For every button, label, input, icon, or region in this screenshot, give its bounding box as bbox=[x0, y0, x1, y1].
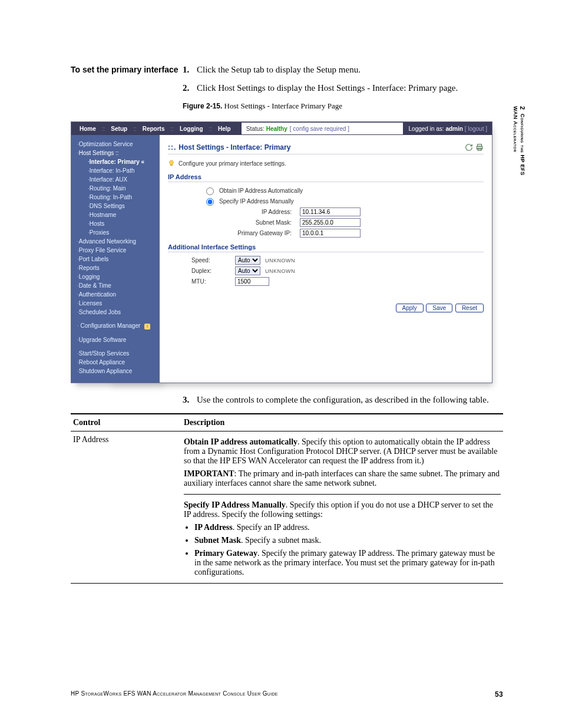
step-3: 3. Use the controls to complete the conf… bbox=[183, 395, 503, 405]
sidebar-item-auth[interactable]: Authentication bbox=[71, 290, 160, 299]
title-dots: ::. bbox=[168, 143, 176, 151]
main-panel: ::. Host Settings - Interface: Primary C… bbox=[160, 135, 492, 383]
sidebar-item-if-primary[interactable]: Interface: Primary bbox=[82, 157, 160, 166]
footer-page-number: 53 bbox=[495, 690, 503, 699]
sidebar-item-licenses[interactable]: Licenses bbox=[71, 299, 160, 308]
radio-auto[interactable] bbox=[206, 187, 214, 195]
input-mtu[interactable] bbox=[235, 277, 269, 286]
sidebar-item-rt-inpath[interactable]: Routing: In-Path bbox=[82, 193, 160, 202]
li-gateway: Primary Gateway. Specify the primary gat… bbox=[194, 549, 501, 577]
sidebar-item-shutdown[interactable]: Shutdown Appliance bbox=[71, 367, 160, 375]
status-bar: Status: Healthy [ config save required ] bbox=[242, 123, 403, 134]
step-1: 1. Click the Setup tab to display the Se… bbox=[183, 65, 503, 75]
sidebar-item-startstop[interactable]: Start/Stop Services bbox=[71, 349, 160, 358]
sidebar-item-hosts[interactable]: Hosts bbox=[82, 219, 160, 228]
step-text-2: Click Host Settings to display the Host … bbox=[197, 83, 458, 93]
sidebar-item-dns[interactable]: DNS Settings bbox=[82, 202, 160, 210]
input-gw[interactable] bbox=[300, 229, 361, 238]
step-num-1: 1. bbox=[183, 65, 197, 75]
button-bar: Apply Save Reset bbox=[168, 304, 484, 312]
tab-logging[interactable]: Logging bbox=[175, 123, 207, 134]
controls-table: Control Description IP Address Obtain IP… bbox=[71, 413, 503, 584]
label-subnet: Subnet Mask: bbox=[197, 219, 300, 226]
login-user: admin bbox=[445, 126, 462, 132]
section-ip-header: IP Address bbox=[168, 173, 484, 182]
speed-after: UNKNOWN bbox=[265, 258, 295, 263]
radio-manual-row[interactable]: Specify IP Address Manually bbox=[203, 196, 484, 206]
radio-auto-label: Obtain IP Address Automatically bbox=[219, 187, 303, 194]
sidebar-item-port-labels[interactable]: Port Labels bbox=[71, 255, 160, 263]
status-value: Healthy bbox=[266, 126, 287, 132]
hint-text: Configure your primary interface setting… bbox=[178, 160, 286, 167]
page-title: Host Settings - Interface: Primary bbox=[178, 143, 290, 151]
sidebar: Optimization Service Host Settings :: In… bbox=[71, 135, 160, 383]
sidebar-item-hostname[interactable]: Hostname bbox=[82, 210, 160, 219]
chapter-text-2: WAN Accelerator bbox=[513, 106, 518, 152]
sidebar-item-if-inpath[interactable]: Interface: In-Path bbox=[82, 166, 160, 175]
duplex-after: UNKNOWN bbox=[265, 268, 295, 274]
sidebar-item-proxies[interactable]: Proxies bbox=[82, 228, 160, 237]
status-note: [ config save required ] bbox=[290, 126, 349, 132]
tab-help[interactable]: Help bbox=[213, 123, 236, 134]
footer-title: HP StorageWorks EFS WAN Accelerator Mana… bbox=[71, 690, 278, 699]
tab-setup[interactable]: Setup bbox=[106, 123, 132, 134]
step-2: 2. Click Host Settings to display the Ho… bbox=[183, 83, 503, 93]
login-info: Logged in as: admin [ logout ] bbox=[409, 126, 492, 132]
d1b-bold: IMPORTANT bbox=[184, 469, 234, 478]
radio-manual-label: Specify IP Address Manually bbox=[219, 198, 294, 205]
sidebar-item-if-aux[interactable]: Interface: AUX bbox=[82, 175, 160, 184]
sidebar-item-cfgmgr[interactable]: Configuration Manager ! bbox=[71, 321, 160, 331]
status-label: Status: bbox=[246, 126, 265, 132]
chapter-number: 2 bbox=[519, 106, 526, 110]
print-icon[interactable] bbox=[475, 143, 484, 151]
lightbulb-icon bbox=[168, 159, 175, 167]
td-description: Obtain IP address automatically. Specify… bbox=[181, 431, 503, 584]
sidebar-item-host-settings[interactable]: Host Settings :: bbox=[71, 149, 160, 157]
step-num-3: 3. bbox=[183, 395, 197, 405]
logout-link[interactable]: [ logout ] bbox=[465, 126, 487, 132]
radio-auto-row[interactable]: Obtain IP Address Automatically bbox=[203, 186, 484, 195]
hint-row: Configure your primary interface setting… bbox=[168, 159, 484, 167]
sidebar-item-reports[interactable]: Reports bbox=[71, 263, 160, 272]
select-speed[interactable]: Auto bbox=[235, 256, 260, 265]
reset-button[interactable]: Reset bbox=[455, 304, 484, 312]
td-control: IP Address bbox=[71, 431, 181, 584]
sidebar-item-reboot[interactable]: Reboot Appliance bbox=[71, 358, 160, 367]
sidebar-item-logging[interactable]: Logging bbox=[71, 272, 160, 281]
page-title-row: ::. Host Settings - Interface: Primary bbox=[168, 143, 484, 151]
d2-bold: Specify IP Address Manually bbox=[184, 500, 286, 509]
sidebar-item-sched[interactable]: Scheduled Jobs bbox=[71, 308, 160, 317]
input-ip[interactable] bbox=[300, 207, 361, 216]
step-text-3: Use the controls to complete the configu… bbox=[197, 395, 489, 405]
tab-reports[interactable]: Reports bbox=[138, 123, 170, 134]
sidebar-item-upgrade[interactable]: Upgrade Software bbox=[71, 335, 160, 344]
section-heading: To set the primary interface bbox=[71, 65, 183, 75]
sidebar-item-opt-service[interactable]: Optimization Service bbox=[71, 140, 160, 149]
figure-label: Figure 2-15. bbox=[183, 102, 222, 110]
input-subnet[interactable] bbox=[300, 218, 361, 227]
label-mtu: MTU: bbox=[191, 278, 235, 285]
sidebar-item-rt-main[interactable]: Routing: Main bbox=[82, 184, 160, 193]
section-addl-header: Additional Interface Settings bbox=[168, 243, 484, 252]
login-prefix: Logged in as: bbox=[409, 126, 444, 132]
tab-home[interactable]: Home bbox=[75, 123, 101, 134]
screenshot: Home :: Setup :: Reports :: Logging :: H… bbox=[71, 121, 492, 383]
sidebar-item-label: Configuration Manager bbox=[81, 322, 141, 329]
save-button[interactable]: Save bbox=[426, 304, 452, 312]
alert-icon: ! bbox=[144, 324, 150, 330]
d1a-bold: Obtain IP address automatically bbox=[184, 437, 297, 446]
th-description: Description bbox=[181, 414, 503, 431]
li-ip: IP Address. Specify an IP address. bbox=[194, 523, 501, 532]
chapter-text-1: Configuring the HP EFS bbox=[520, 114, 525, 176]
side-tab: 2 Configuring the HP EFS WAN Accelerator bbox=[511, 106, 527, 176]
sidebar-item-datetime[interactable]: Date & Time bbox=[71, 281, 160, 290]
radio-manual[interactable] bbox=[206, 198, 214, 206]
label-duplex: Duplex: bbox=[191, 268, 235, 274]
refresh-icon[interactable] bbox=[465, 143, 473, 151]
select-duplex[interactable]: Auto bbox=[235, 266, 260, 275]
sidebar-item-proxy-fs[interactable]: Proxy File Service bbox=[71, 246, 160, 255]
apply-button[interactable]: Apply bbox=[396, 304, 424, 312]
page-footer: HP StorageWorks EFS WAN Accelerator Mana… bbox=[71, 690, 503, 699]
label-gw: Primary Gateway IP: bbox=[197, 230, 300, 236]
sidebar-item-adv-net[interactable]: Advanced Networking bbox=[71, 237, 160, 246]
